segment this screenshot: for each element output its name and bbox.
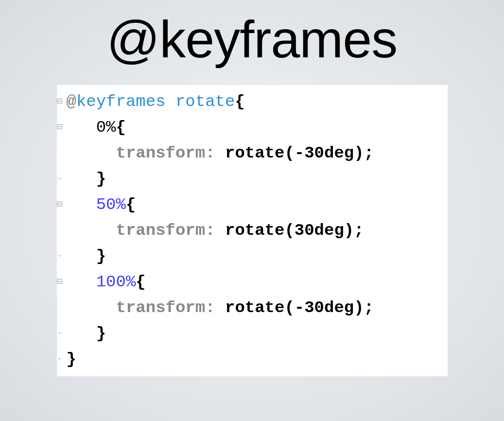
- css-value: rotate(-30deg): [225, 298, 364, 317]
- fold-icon: ⊟: [57, 89, 63, 114]
- animation-name: [166, 92, 175, 111]
- colon: :: [205, 298, 215, 317]
- semicolon: ;: [364, 298, 374, 317]
- percent-50: 50%: [96, 195, 126, 214]
- at-sign: @: [67, 92, 76, 111]
- colon: :: [205, 144, 215, 162]
- fold-end-icon: -: [57, 347, 63, 372]
- code-line-6: transform: rotate(30deg);: [57, 218, 445, 244]
- fold-icon: ⊟: [57, 115, 63, 140]
- animation-name-text: rotate: [175, 92, 235, 111]
- css-value: rotate(-30deg): [225, 144, 364, 162]
- fold-end-icon: -: [57, 166, 63, 192]
- slide-title: @keyframes: [107, 9, 398, 70]
- code-line-1: ⊟@keyframes rotate{: [57, 89, 445, 115]
- close-brace: }: [96, 324, 106, 343]
- code-block: ⊟@keyframes rotate{ ⊟ 0%{ transform: rot…: [57, 85, 448, 376]
- close-brace: }: [67, 350, 76, 368]
- open-brace: {: [136, 273, 145, 291]
- open-brace: {: [126, 195, 136, 214]
- close-brace: }: [96, 170, 106, 188]
- code-line-7: - }: [57, 244, 445, 269]
- semicolon: ;: [364, 144, 374, 162]
- code-line-11: -}: [57, 347, 445, 372]
- code-line-8: ⊟ 100%{: [57, 269, 445, 295]
- close-brace: }: [96, 247, 106, 265]
- code-line-5: ⊟ 50%{: [57, 192, 445, 218]
- percent-100: 100%: [96, 273, 136, 291]
- open-brace: {: [116, 118, 126, 137]
- code-line-10: - }: [57, 321, 445, 347]
- code-line-4: - }: [57, 166, 445, 192]
- code-line-2: ⊟ 0%{: [57, 115, 445, 140]
- open-brace: {: [235, 92, 244, 111]
- rule-keyword: keyframes: [76, 92, 166, 111]
- fold-end-icon: -: [57, 321, 63, 346]
- code-line-9: transform: rotate(-30deg);: [57, 295, 445, 321]
- percent-0: 0%: [96, 118, 116, 137]
- css-value: rotate(30deg): [225, 221, 354, 240]
- code-line-3: transform: rotate(-30deg);: [57, 140, 445, 166]
- colon: :: [205, 221, 215, 240]
- semicolon: ;: [354, 221, 364, 240]
- fold-icon: ⊟: [57, 192, 63, 217]
- css-property: transform: [116, 221, 206, 240]
- fold-icon: ⊟: [57, 269, 63, 295]
- css-property: transform: [116, 298, 206, 317]
- css-property: transform: [116, 144, 206, 162]
- fold-end-icon: -: [57, 244, 63, 269]
